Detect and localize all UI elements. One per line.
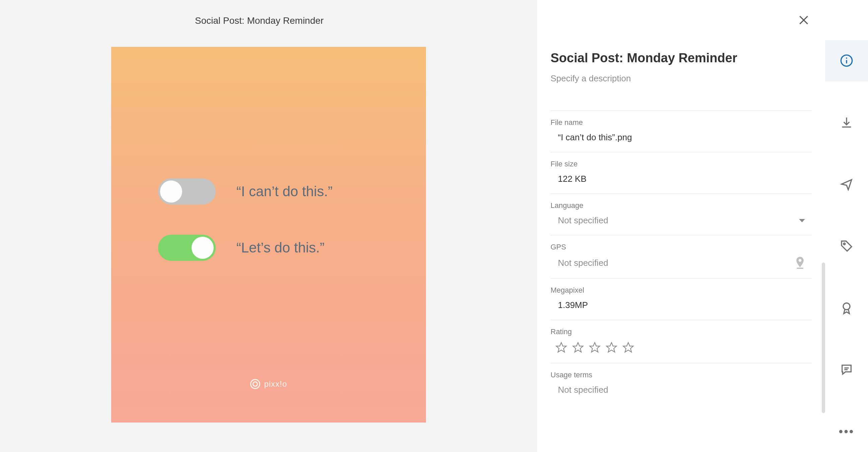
more-icon: ••• bbox=[839, 424, 855, 439]
award-button[interactable] bbox=[825, 287, 868, 328]
more-button[interactable]: ••• bbox=[825, 411, 868, 452]
field-rating: Rating bbox=[551, 320, 812, 363]
svg-marker-3 bbox=[556, 343, 566, 352]
toggle-on-icon bbox=[158, 235, 216, 261]
usage-terms-label: Usage terms bbox=[551, 370, 812, 379]
chevron-down-icon bbox=[799, 219, 805, 222]
info-button[interactable] bbox=[825, 40, 868, 82]
field-gps: GPS Not specified bbox=[551, 235, 812, 278]
info-icon bbox=[840, 54, 853, 67]
preview-title: Social Post: Monday Reminder bbox=[111, 15, 426, 26]
field-file-name: File name “I can’t do this”.png bbox=[551, 110, 812, 152]
poster-line-2: “Let’s do this.” bbox=[237, 240, 324, 256]
svg-marker-7 bbox=[623, 343, 633, 352]
download-icon bbox=[840, 116, 853, 129]
gps-value: Not specified bbox=[551, 258, 608, 268]
star-icon[interactable] bbox=[606, 342, 618, 354]
comment-button[interactable] bbox=[825, 349, 868, 390]
svg-point-10 bbox=[846, 58, 847, 59]
gps-label: GPS bbox=[551, 243, 812, 252]
gps-input[interactable]: Not specified bbox=[551, 257, 812, 269]
close-button[interactable] bbox=[797, 13, 810, 27]
field-usage-terms: Usage terms Not specified bbox=[551, 363, 812, 405]
star-icon[interactable] bbox=[589, 342, 601, 354]
svg-marker-4 bbox=[573, 343, 583, 352]
star-icon[interactable] bbox=[572, 342, 584, 354]
action-rail: ••• bbox=[825, 0, 868, 452]
tag-button[interactable] bbox=[825, 226, 868, 267]
field-file-size: File size 122 KB bbox=[551, 152, 812, 194]
svg-point-11 bbox=[843, 243, 845, 245]
field-megapixel: Megapixel 1.39MP bbox=[551, 278, 812, 320]
rating-stars[interactable] bbox=[551, 342, 812, 354]
toggle-off-icon bbox=[158, 179, 216, 204]
star-icon[interactable] bbox=[555, 342, 567, 354]
brand-name: pixx!o bbox=[264, 379, 287, 389]
megapixel-label: Megapixel bbox=[551, 286, 812, 295]
language-label: Language bbox=[551, 201, 812, 210]
svg-point-12 bbox=[843, 303, 850, 310]
star-icon[interactable] bbox=[622, 342, 634, 354]
file-size-label: File size bbox=[551, 160, 812, 168]
file-name-label: File name bbox=[551, 118, 812, 127]
download-button[interactable] bbox=[825, 102, 868, 143]
tag-icon bbox=[840, 239, 853, 253]
preview-image: “I can’t do this.” “Let’s do this.” pixx… bbox=[111, 47, 426, 423]
description-input[interactable]: Specify a description bbox=[551, 73, 812, 84]
map-pin-icon bbox=[795, 257, 805, 269]
svg-rect-2 bbox=[797, 267, 803, 269]
usage-terms-value[interactable]: Not specified bbox=[551, 385, 812, 395]
rating-label: Rating bbox=[551, 327, 812, 336]
poster-row-on: “Let’s do this.” bbox=[111, 235, 426, 261]
poster-row-off: “I can’t do this.” bbox=[111, 179, 426, 204]
asset-title[interactable]: Social Post: Monday Reminder bbox=[551, 51, 812, 65]
field-language: Language Not specified bbox=[551, 194, 812, 235]
brand-logo-icon bbox=[250, 379, 260, 389]
share-button[interactable] bbox=[825, 164, 868, 205]
preview-pane: Social Post: Monday Reminder “I can’t do… bbox=[0, 0, 537, 452]
poster-line-1: “I can’t do this.” bbox=[237, 184, 333, 199]
detail-pane: Social Post: Monday Reminder Specify a d… bbox=[537, 0, 825, 452]
comment-icon bbox=[840, 363, 853, 376]
language-select[interactable]: Not specified bbox=[551, 215, 812, 226]
svg-marker-6 bbox=[607, 343, 617, 352]
file-size-value: 122 KB bbox=[551, 174, 812, 184]
megapixel-value: 1.39MP bbox=[551, 300, 812, 311]
scrollbar-thumb[interactable] bbox=[822, 262, 825, 413]
award-icon bbox=[840, 301, 853, 315]
file-name-value[interactable]: “I can’t do this”.png bbox=[551, 132, 812, 142]
brand-mark: pixx!o bbox=[111, 379, 426, 389]
svg-marker-5 bbox=[590, 343, 600, 352]
share-icon bbox=[840, 177, 853, 191]
language-value: Not specified bbox=[551, 215, 608, 226]
